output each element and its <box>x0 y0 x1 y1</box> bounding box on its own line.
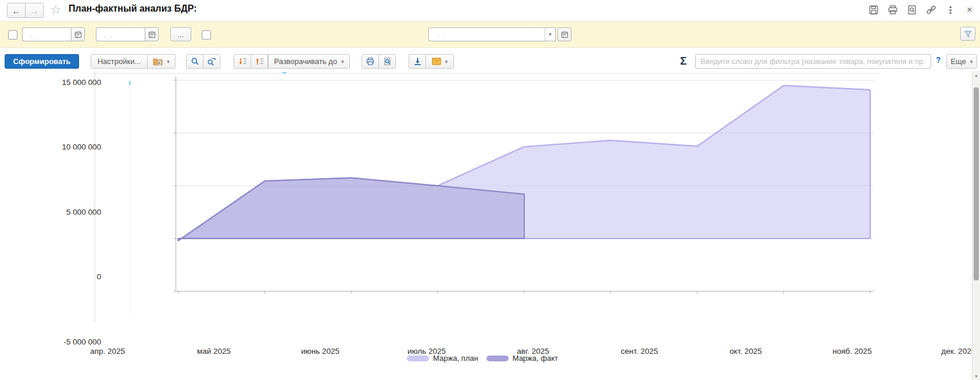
preview-icon[interactable] <box>906 4 918 16</box>
search-next-icon <box>207 57 216 66</box>
chevron-down-icon: ▾ <box>549 31 552 37</box>
y-axis-label: -5 000 000 <box>34 337 101 347</box>
filter-panel: – ... Выводить факт после ДА Дата актуал… <box>0 21 980 48</box>
back-arrow-icon: ← <box>12 6 21 16</box>
download-icon <box>413 57 422 66</box>
forward-arrow-icon: → <box>30 6 39 16</box>
page-title: План-фактный анализ БДР: <box>69 3 196 14</box>
chevron-down-icon: ▾ <box>167 59 170 65</box>
y-axis-label: 10 000 000 <box>34 142 101 152</box>
save-file-button[interactable] <box>409 54 426 69</box>
find-button[interactable] <box>186 54 203 69</box>
funnel-icon <box>964 30 972 38</box>
favorite-star-icon[interactable]: ☆ <box>50 2 62 17</box>
app-window: ← → ☆ План-фактный анализ БДР: <box>0 0 980 380</box>
nav-buttons: ← → <box>7 3 44 18</box>
vertical-scrollbar[interactable]: ▲ ▼ <box>972 71 980 380</box>
collapse-all-button[interactable] <box>251 54 268 69</box>
search-icon <box>191 57 199 66</box>
legend-item: Маржа, факт <box>487 354 558 363</box>
y-axis-label: 5 000 000 <box>34 207 101 218</box>
actual-date-calendar-button[interactable] <box>557 27 571 41</box>
report-variants-button[interactable]: ▾ <box>147 54 176 69</box>
header-actions: ⋮ × <box>868 4 975 16</box>
report-area: 15 000 00010 000 0005 000 0000-5 000 000… <box>0 71 980 380</box>
date-from-input[interactable] <box>22 27 71 41</box>
date-to-field <box>96 27 159 41</box>
expand-to-label: Разворачивать до <box>274 57 337 66</box>
legend-label: Маржа, факт <box>513 354 558 363</box>
envelope-icon <box>432 58 441 65</box>
send-email-button[interactable]: ▾ <box>425 54 454 69</box>
legend-swatch <box>407 356 429 361</box>
legend-swatch <box>487 356 509 361</box>
chart-legend: Маржа, планМаржа, факт <box>0 354 965 363</box>
close-icon[interactable]: × <box>964 4 975 16</box>
period-ellipsis-button[interactable]: ... <box>170 27 191 41</box>
scrollbar-thumb[interactable] <box>974 87 979 280</box>
header-bar: ← → ☆ План-фактный анализ БДР: <box>0 0 980 21</box>
quick-filter-input[interactable] <box>695 54 931 69</box>
help-link[interactable]: ? <box>936 55 941 65</box>
legend-label: Маржа, план <box>433 354 478 363</box>
period-checkbox[interactable] <box>8 30 17 40</box>
actual-date-field: ▾ <box>428 27 571 41</box>
print-preview-button[interactable] <box>378 54 396 69</box>
more-button[interactable]: Еще ▾ <box>946 54 977 69</box>
date-to-input[interactable] <box>96 27 145 41</box>
back-button[interactable]: ← <box>7 3 26 18</box>
chevron-down-icon: ▾ <box>970 59 973 65</box>
expand-all-button[interactable] <box>234 54 251 69</box>
date-from-calendar-button[interactable] <box>71 27 85 41</box>
sum-sigma-button[interactable]: Σ <box>680 55 686 68</box>
date-from-field <box>22 27 85 41</box>
report-variants-icon <box>153 57 163 66</box>
more-menu-icon[interactable]: ⋮ <box>945 4 956 16</box>
more-label: Еще <box>951 57 966 66</box>
printer-icon <box>366 57 375 66</box>
chevron-down-icon: ▾ <box>341 59 344 65</box>
print-button[interactable] <box>362 54 379 69</box>
filter-funnel-button[interactable] <box>960 27 975 41</box>
show-fact-checkbox[interactable] <box>202 30 211 40</box>
find-next-button[interactable] <box>203 54 220 69</box>
date-to-calendar-button[interactable] <box>145 27 159 41</box>
scroll-up-button[interactable]: ▲ <box>972 71 980 79</box>
print-preview-icon <box>383 57 392 66</box>
settings-button[interactable]: Настройки... <box>91 54 148 69</box>
expand-to-button[interactable]: Разворачивать до ▾ <box>268 54 350 69</box>
y-axis-label: 15 000 000 <box>34 77 101 88</box>
generate-button[interactable]: Сформировать <box>5 54 79 69</box>
print-icon[interactable] <box>887 4 899 16</box>
forward-button[interactable]: → <box>25 3 44 18</box>
legend-item: Маржа, план <box>407 354 478 363</box>
scroll-down-button[interactable]: ▼ <box>972 372 980 380</box>
collapse-all-icon <box>255 57 264 66</box>
save-icon[interactable] <box>868 4 879 16</box>
report-toolbar: Сформировать Настройки... ▾ <box>0 48 980 71</box>
actual-date-input[interactable] <box>428 27 545 41</box>
link-icon[interactable] <box>925 4 937 16</box>
chevron-down-icon: ▾ <box>445 59 448 65</box>
y-axis-label: 0 <box>34 272 101 282</box>
chart-canvas[interactable] <box>0 71 972 380</box>
expand-all-icon <box>238 57 247 66</box>
actual-date-dropdown-button[interactable]: ▾ <box>545 27 556 41</box>
